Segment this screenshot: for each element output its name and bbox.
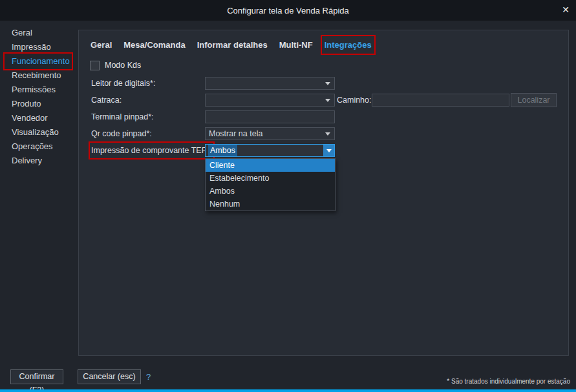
sidebar-item-produto[interactable]: Produto — [5, 97, 71, 111]
option-estabelecimento[interactable]: Estabelecimento — [206, 172, 335, 185]
option-cliente[interactable]: Cliente — [206, 159, 335, 172]
sidebar-item-visualizacao[interactable]: Visualização — [5, 125, 71, 139]
impressao-tef-value: Ambos — [208, 145, 237, 156]
qr-code-pinpad-row: Qr code pinpad*: Mostrar na tela — [79, 127, 570, 140]
cancel-button[interactable]: Cancelar (esc) — [78, 369, 141, 384]
tab-informar-detalhes[interactable]: Informar detalhes — [197, 39, 268, 51]
sidebar: Geral Impressão Funcionamento Recebiment… — [0, 26, 76, 168]
sidebar-item-vendedor[interactable]: Vendedor — [5, 111, 71, 125]
qr-code-pinpad-label: Qr code pinpad*: — [91, 127, 152, 140]
chevron-down-icon — [325, 132, 330, 136]
modo-kds-label: Modo Kds — [105, 61, 141, 70]
tab-mesa-comanda[interactable]: Mesa/Comanda — [123, 39, 185, 51]
impressao-tef-label: Impressão de comprovante TEF*: — [91, 144, 212, 157]
title-bar: Configurar tela de Venda Rápida ✕ — [0, 0, 576, 21]
option-ambos[interactable]: Ambos — [206, 185, 335, 198]
impressao-tef-dropdown[interactable]: Ambos — [205, 144, 335, 157]
confirm-button[interactable]: Confirmar (F2) — [10, 369, 63, 384]
tab-bar: Geral Mesa/Comanda Informar detalhes Mul… — [91, 39, 372, 51]
catraca-dropdown[interactable] — [205, 94, 335, 107]
tab-integracoes[interactable]: Integrações — [325, 39, 372, 51]
sidebar-item-impressao[interactable]: Impressão — [5, 40, 71, 54]
close-icon[interactable]: ✕ — [562, 4, 570, 15]
terminal-pinpad-label: Terminal pinpad*: — [91, 110, 154, 123]
catraca-row: Catraca: Caminho: Localizar — [79, 94, 570, 107]
sidebar-item-geral[interactable]: Geral — [5, 26, 71, 40]
option-nenhum[interactable]: Nenhum — [206, 198, 335, 211]
leitor-digitais-label: Leitor de digitais*: — [91, 77, 155, 90]
sidebar-item-funcionamento[interactable]: Funcionamento — [5, 54, 71, 68]
tab-geral[interactable]: Geral — [91, 39, 112, 51]
localizar-button[interactable]: Localizar — [511, 93, 557, 107]
sidebar-item-operacoes[interactable]: Operações — [5, 139, 71, 154]
catraca-label: Catraca: — [91, 94, 122, 107]
sidebar-item-recebimento[interactable]: Recebimento — [5, 68, 71, 83]
leitor-digitais-row: Leitor de digitais*: — [79, 77, 570, 90]
qr-code-pinpad-value: Mostrar na tela — [209, 128, 262, 139]
terminal-pinpad-row: Terminal pinpad*: — [79, 110, 570, 123]
terminal-pinpad-input[interactable] — [205, 110, 335, 123]
sidebar-item-permissoes[interactable]: Permissões — [5, 83, 71, 97]
modo-kds-checkbox[interactable] — [90, 61, 100, 70]
chevron-down-icon — [325, 82, 330, 85]
help-icon[interactable]: ? — [146, 372, 151, 382]
tab-multi-nf[interactable]: Multi-NF — [279, 39, 313, 51]
impressao-tef-row: Impressão de comprovante TEF*: Ambos — [79, 144, 570, 157]
chevron-down-icon — [325, 99, 330, 102]
sidebar-item-delivery[interactable]: Delivery — [5, 154, 71, 168]
dialog-title: Configurar tela de Venda Rápida — [227, 6, 349, 15]
bottom-accent-bar — [0, 389, 576, 392]
impressao-tef-options-list: Cliente Estabelecimento Ambos Nenhum — [205, 158, 336, 211]
caminho-input[interactable] — [372, 94, 509, 107]
dropdown-arrow-box[interactable] — [323, 145, 334, 156]
qr-code-pinpad-dropdown[interactable]: Mostrar na tela — [205, 127, 335, 140]
chevron-down-icon — [326, 149, 332, 152]
station-note: * São tratados individualmente por estaç… — [447, 378, 570, 385]
content-panel: Geral Mesa/Comanda Informar detalhes Mul… — [78, 30, 569, 356]
leitor-digitais-dropdown[interactable] — [205, 77, 335, 90]
caminho-label: Caminho: — [337, 94, 372, 107]
modo-kds-row: Modo Kds — [90, 59, 141, 72]
